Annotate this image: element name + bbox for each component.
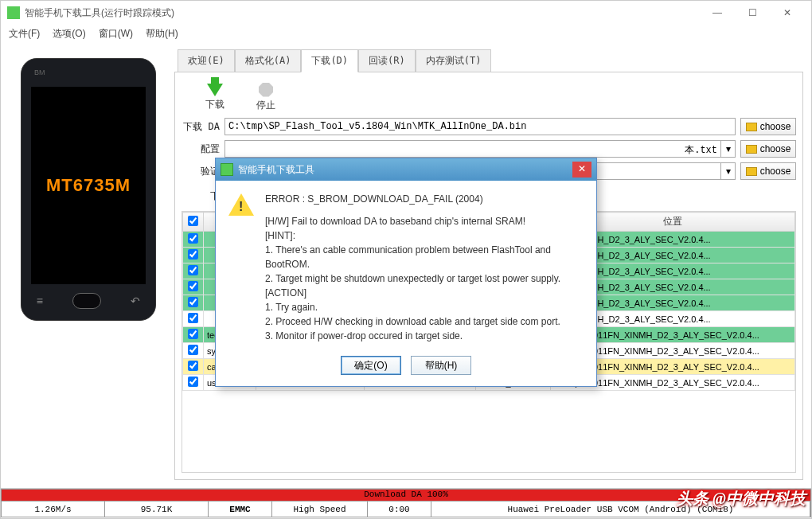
dialog-titlebar[interactable]: 智能手机下载工具 ✕ (216, 158, 596, 181)
status-speed: 1.26M/s (2, 501, 105, 517)
tab-readback[interactable]: 回读(R) (358, 49, 416, 72)
col-check[interactable] (183, 213, 204, 232)
cfg-label: 配置 (182, 142, 220, 156)
cfg-row: 配置 本.txt▾ choose (182, 140, 796, 158)
menu-window[interactable]: 窗口(W) (94, 25, 138, 42)
row-checkbox[interactable] (188, 329, 198, 339)
dialog-line: [HINT]: (265, 228, 584, 243)
app-icon (7, 6, 20, 19)
dialog-line: 3. Monitor if power-drop occured in targ… (265, 329, 584, 343)
tab-memtest[interactable]: 内存测试(T) (416, 49, 492, 72)
row-checkbox[interactable] (188, 281, 198, 291)
status-bytes: 95.71K (105, 501, 209, 517)
error-dialog: 智能手机下载工具 ✕ ! ERROR : S_BROM_DOWNLOAD_DA_… (215, 158, 597, 387)
status-time: 0:00 (368, 501, 431, 517)
row-checkbox[interactable] (188, 297, 198, 307)
titlebar: 智能手机下载工具(运行时跟踪模式) — ☐ ✕ (1, 1, 811, 25)
status-chip: EMMC (209, 501, 272, 517)
cfg-combo[interactable]: 本.txt▾ (224, 140, 736, 158)
error-heading: ERROR : S_BROM_DOWNLOAD_DA_FAIL (2004) (265, 192, 584, 206)
dialog-line: 2. Target might be shutdown unexpectedly… (265, 271, 584, 286)
download-progress: Download DA 100% (1, 489, 811, 501)
da-label: 下载 DA (182, 120, 220, 134)
dialog-line: 2. Proceed H/W checking in download cabl… (265, 314, 584, 329)
dialog-buttons: 确定(O) 帮助(H) (216, 351, 596, 386)
download-button[interactable]: 下载 (205, 84, 224, 111)
chip-label: MT6735M (46, 175, 131, 196)
menu-file[interactable]: 文件(F) (4, 25, 45, 42)
back-icon: ↶ (131, 295, 140, 307)
row-checkbox[interactable] (188, 249, 198, 260)
dialog-close-button[interactable]: ✕ (572, 162, 591, 178)
warning-icon: ! (228, 192, 254, 217)
window-title: 智能手机下载工具(运行时跟踪模式) (25, 6, 700, 20)
folder-icon (746, 123, 757, 131)
tabs: 欢迎(E) 格式化(A) 下载(D) 回读(R) 内存测试(T) (174, 50, 803, 72)
da-path-input[interactable] (224, 118, 736, 135)
dialog-text: ERROR : S_BROM_DOWNLOAD_DA_FAIL (2004) [… (265, 192, 584, 343)
minimize-button[interactable]: — (700, 1, 735, 25)
phone-panel: BM MT6735M ≡ ↶ (9, 50, 168, 480)
menu-help[interactable]: 帮助(H) (141, 25, 183, 42)
mode-label: 下 (182, 189, 220, 203)
phone-brand: BM (34, 68, 45, 76)
chevron-down-icon: ▾ (720, 163, 735, 179)
cfg-choose-button[interactable]: choose (740, 140, 796, 158)
dialog-line: 1. There's an cable communication proble… (265, 243, 584, 271)
tab-download[interactable]: 下载(D) (301, 49, 358, 72)
da-choose-button[interactable]: choose (740, 118, 796, 135)
chevron-down-icon: ▾ (720, 141, 735, 157)
status-row: 1.26M/s 95.71K EMMC High Speed 0:00 Huaw… (1, 501, 811, 517)
stop-button[interactable]: 停止 (256, 83, 275, 112)
row-checkbox[interactable] (188, 233, 198, 244)
toolbar: 下载 停止 (182, 79, 796, 115)
row-checkbox[interactable] (188, 377, 198, 387)
folder-icon (746, 145, 757, 154)
home-button-icon (72, 293, 101, 309)
dialog-line: [H/W] Fail to download DA to baseband ch… (265, 214, 584, 228)
auth-choose-button[interactable]: choose (740, 162, 796, 180)
close-button[interactable]: ✕ (770, 1, 805, 25)
dialog-line: 1. Try again. (265, 300, 584, 314)
row-checkbox[interactable] (188, 345, 198, 355)
dialog-body: ! ERROR : S_BROM_DOWNLOAD_DA_FAIL (2004)… (216, 181, 596, 351)
statusbar: Download DA 100% 1.26M/s 95.71K EMMC Hig… (1, 488, 811, 518)
row-checkbox[interactable] (188, 313, 198, 323)
menubar: 文件(F) 选项(O) 窗口(W) 帮助(H) (1, 25, 811, 42)
tab-welcome[interactable]: 欢迎(E) (178, 49, 235, 72)
phone-nav: ≡ ↶ (21, 290, 155, 312)
menu-options[interactable]: 选项(O) (48, 25, 90, 42)
maximize-button[interactable]: ☐ (735, 1, 770, 25)
row-checkbox[interactable] (188, 361, 198, 371)
auth-label: 验证 (182, 165, 220, 178)
folder-icon (746, 167, 757, 176)
dialog-icon (221, 163, 233, 176)
da-row: 下载 DA choose (182, 118, 796, 135)
dialog-line: [ACTION] (265, 286, 584, 300)
help-button[interactable]: 帮助(H) (411, 356, 471, 375)
ok-button[interactable]: 确定(O) (341, 356, 401, 375)
dialog-title: 智能手机下载工具 (238, 163, 568, 177)
menu-icon: ≡ (37, 295, 43, 307)
status-mode: High Speed (272, 501, 368, 517)
download-icon (207, 84, 223, 96)
stop-icon (259, 83, 273, 97)
status-device: Huawei PreLoader USB VCOM (Android) (COM… (431, 501, 810, 517)
phone-mockup: BM MT6735M ≡ ↶ (21, 58, 156, 321)
phone-screen: MT6735M (31, 87, 146, 284)
row-checkbox[interactable] (188, 265, 198, 275)
tab-format[interactable]: 格式化(A) (235, 49, 302, 72)
